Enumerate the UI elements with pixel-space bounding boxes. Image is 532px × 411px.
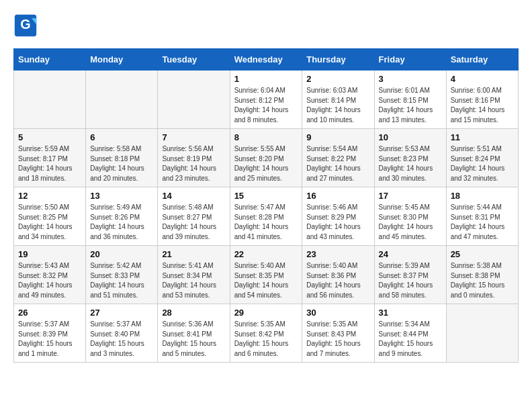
weekday-header-friday: Friday [374,49,446,71]
calendar-cell: 29Sunrise: 5:35 AM Sunset: 8:42 PM Dayli… [230,304,302,363]
calendar-cell: 14Sunrise: 5:48 AM Sunset: 8:27 PM Dayli… [158,187,230,246]
svg-text:G: G [20,17,30,32]
day-number: 20 [90,249,153,259]
calendar-cell: 4Sunrise: 6:00 AM Sunset: 8:16 PM Daylig… [446,71,518,129]
calendar-week-row: 1Sunrise: 6:04 AM Sunset: 8:12 PM Daylig… [14,71,519,129]
day-info: Sunrise: 5:48 AM Sunset: 8:27 PM Dayligh… [162,203,225,242]
day-number: 26 [18,308,81,318]
day-info: Sunrise: 6:00 AM Sunset: 8:16 PM Dayligh… [451,86,514,125]
calendar-week-row: 12Sunrise: 5:50 AM Sunset: 8:25 PM Dayli… [14,187,519,246]
calendar-cell: 6Sunrise: 5:58 AM Sunset: 8:18 PM Daylig… [86,129,158,187]
day-info: Sunrise: 5:53 AM Sunset: 8:23 PM Dayligh… [379,144,442,183]
day-number: 8 [234,132,298,142]
calendar-cell [86,71,158,129]
day-info: Sunrise: 5:58 AM Sunset: 8:18 PM Dayligh… [90,144,153,183]
calendar-cell [446,304,518,363]
day-info: Sunrise: 5:43 AM Sunset: 8:32 PM Dayligh… [18,261,81,300]
day-info: Sunrise: 5:42 AM Sunset: 8:33 PM Dayligh… [90,261,153,300]
calendar-cell: 27Sunrise: 5:37 AM Sunset: 8:40 PM Dayli… [86,304,158,363]
day-number: 19 [18,249,81,259]
calendar-cell: 26Sunrise: 5:37 AM Sunset: 8:39 PM Dayli… [14,304,86,363]
calendar-cell: 5Sunrise: 5:59 AM Sunset: 8:17 PM Daylig… [14,129,86,187]
calendar-week-row: 19Sunrise: 5:43 AM Sunset: 8:32 PM Dayli… [14,246,519,304]
calendar-cell: 7Sunrise: 5:56 AM Sunset: 8:19 PM Daylig… [158,129,230,187]
calendar-cell: 22Sunrise: 5:40 AM Sunset: 8:35 PM Dayli… [230,246,302,304]
calendar-week-row: 26Sunrise: 5:37 AM Sunset: 8:39 PM Dayli… [14,304,519,363]
day-info: Sunrise: 5:45 AM Sunset: 8:30 PM Dayligh… [379,203,442,242]
day-info: Sunrise: 5:34 AM Sunset: 8:44 PM Dayligh… [379,320,442,359]
weekday-header-tuesday: Tuesday [158,49,230,71]
day-info: Sunrise: 5:36 AM Sunset: 8:41 PM Dayligh… [162,320,225,359]
calendar-cell: 16Sunrise: 5:46 AM Sunset: 8:29 PM Dayli… [302,187,374,246]
day-number: 18 [451,191,514,201]
day-number: 31 [379,308,442,318]
calendar-cell: 10Sunrise: 5:53 AM Sunset: 8:23 PM Dayli… [374,129,446,187]
calendar-cell: 9Sunrise: 5:54 AM Sunset: 8:22 PM Daylig… [302,129,374,187]
day-number: 27 [90,308,153,318]
day-number: 28 [162,308,225,318]
calendar-cell: 13Sunrise: 5:49 AM Sunset: 8:26 PM Dayli… [86,187,158,246]
calendar-cell: 18Sunrise: 5:44 AM Sunset: 8:31 PM Dayli… [446,187,518,246]
day-number: 30 [306,308,369,318]
calendar-cell: 12Sunrise: 5:50 AM Sunset: 8:25 PM Dayli… [14,187,86,246]
calendar-cell: 19Sunrise: 5:43 AM Sunset: 8:32 PM Dayli… [14,246,86,304]
calendar-cell [14,71,86,129]
calendar-cell [158,71,230,129]
day-info: Sunrise: 5:40 AM Sunset: 8:35 PM Dayligh… [234,261,298,300]
day-number: 15 [234,191,298,201]
day-info: Sunrise: 5:54 AM Sunset: 8:22 PM Dayligh… [306,144,369,183]
weekday-header-wednesday: Wednesday [230,49,302,71]
day-info: Sunrise: 5:55 AM Sunset: 8:20 PM Dayligh… [234,144,298,183]
calendar-cell: 15Sunrise: 5:47 AM Sunset: 8:28 PM Dayli… [230,187,302,246]
calendar-cell: 20Sunrise: 5:42 AM Sunset: 8:33 PM Dayli… [86,246,158,304]
day-info: Sunrise: 5:47 AM Sunset: 8:28 PM Dayligh… [234,203,298,242]
calendar-cell: 3Sunrise: 6:01 AM Sunset: 8:15 PM Daylig… [374,71,446,129]
day-number: 14 [162,191,225,201]
day-number: 25 [451,249,514,259]
page-header: G [13,13,519,38]
calendar-cell: 23Sunrise: 5:40 AM Sunset: 8:36 PM Dayli… [302,246,374,304]
day-info: Sunrise: 5:41 AM Sunset: 8:34 PM Dayligh… [162,261,225,300]
day-number: 2 [306,74,369,84]
calendar-cell: 28Sunrise: 5:36 AM Sunset: 8:41 PM Dayli… [158,304,230,363]
day-number: 16 [306,191,369,201]
weekday-header-thursday: Thursday [302,49,374,71]
day-info: Sunrise: 5:39 AM Sunset: 8:37 PM Dayligh… [379,261,442,300]
day-number: 12 [18,191,81,201]
logo-icon: G [13,13,38,38]
logo: G [13,13,40,38]
day-number: 9 [306,132,369,142]
day-info: Sunrise: 5:44 AM Sunset: 8:31 PM Dayligh… [451,203,514,242]
day-info: Sunrise: 6:01 AM Sunset: 8:15 PM Dayligh… [379,86,442,125]
day-info: Sunrise: 5:50 AM Sunset: 8:25 PM Dayligh… [18,203,81,242]
day-number: 21 [162,249,225,259]
day-number: 7 [162,132,225,142]
day-info: Sunrise: 5:59 AM Sunset: 8:17 PM Dayligh… [18,144,81,183]
calendar-cell: 25Sunrise: 5:38 AM Sunset: 8:38 PM Dayli… [446,246,518,304]
day-number: 10 [379,132,442,142]
calendar-cell: 2Sunrise: 6:03 AM Sunset: 8:14 PM Daylig… [302,71,374,129]
day-number: 23 [306,249,369,259]
day-info: Sunrise: 6:04 AM Sunset: 8:12 PM Dayligh… [234,86,298,125]
day-info: Sunrise: 6:03 AM Sunset: 8:14 PM Dayligh… [306,86,369,125]
day-number: 17 [379,191,442,201]
day-number: 29 [234,308,298,318]
day-number: 4 [451,74,514,84]
calendar-cell: 17Sunrise: 5:45 AM Sunset: 8:30 PM Dayli… [374,187,446,246]
calendar-table: SundayMondayTuesdayWednesdayThursdayFrid… [13,48,519,363]
weekday-header-row: SundayMondayTuesdayWednesdayThursdayFrid… [14,49,519,71]
calendar-week-row: 5Sunrise: 5:59 AM Sunset: 8:17 PM Daylig… [14,129,519,187]
day-number: 24 [379,249,442,259]
calendar-cell: 11Sunrise: 5:51 AM Sunset: 8:24 PM Dayli… [446,129,518,187]
day-info: Sunrise: 5:46 AM Sunset: 8:29 PM Dayligh… [306,203,369,242]
calendar-cell: 8Sunrise: 5:55 AM Sunset: 8:20 PM Daylig… [230,129,302,187]
day-info: Sunrise: 5:40 AM Sunset: 8:36 PM Dayligh… [306,261,369,300]
day-number: 1 [234,74,298,84]
weekday-header-sunday: Sunday [14,49,86,71]
day-info: Sunrise: 5:37 AM Sunset: 8:40 PM Dayligh… [90,320,153,359]
day-number: 11 [451,132,514,142]
day-info: Sunrise: 5:56 AM Sunset: 8:19 PM Dayligh… [162,144,225,183]
day-info: Sunrise: 5:37 AM Sunset: 8:39 PM Dayligh… [18,320,81,359]
day-number: 6 [90,132,153,142]
day-info: Sunrise: 5:51 AM Sunset: 8:24 PM Dayligh… [451,144,514,183]
